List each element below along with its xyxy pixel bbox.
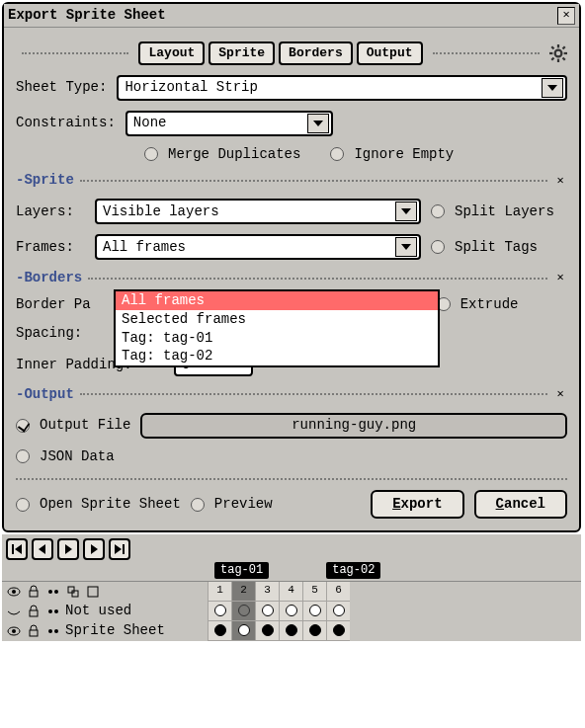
lock-icon[interactable] bbox=[26, 584, 42, 600]
constraints-select[interactable]: None bbox=[125, 111, 333, 136]
svg-point-36 bbox=[54, 629, 58, 633]
svg-line-5 bbox=[551, 46, 553, 48]
last-frame-button[interactable] bbox=[109, 538, 130, 560]
svg-marker-14 bbox=[15, 544, 22, 554]
json-data-check[interactable]: JSON Data bbox=[16, 448, 115, 465]
merge-duplicates-check[interactable]: Merge Duplicates bbox=[144, 146, 300, 163]
svg-point-31 bbox=[54, 609, 58, 613]
svg-marker-17 bbox=[91, 544, 98, 554]
svg-point-25 bbox=[54, 590, 58, 594]
section-output: -Output ✕ bbox=[16, 386, 567, 403]
cel[interactable] bbox=[208, 602, 231, 621]
extrude-check[interactable]: Extrude bbox=[437, 296, 519, 313]
cel[interactable] bbox=[326, 602, 350, 621]
frames-dropdown[interactable]: All frames Selected frames Tag: tag-01 T… bbox=[114, 289, 440, 367]
frame-header[interactable]: 5 bbox=[302, 582, 326, 602]
lock-icon[interactable] bbox=[26, 604, 42, 619]
timeline: tag-01 tag-02 1 2 3 4 5 6 bbox=[2, 534, 581, 640]
cel[interactable] bbox=[255, 621, 279, 641]
frame-header[interactable]: 2 bbox=[231, 582, 255, 602]
chevron-down-icon bbox=[395, 202, 417, 221]
frames-label: Frames: bbox=[16, 239, 85, 256]
layers-select[interactable]: Visible layers bbox=[95, 199, 421, 224]
svg-rect-28 bbox=[88, 587, 98, 597]
export-button[interactable]: Export bbox=[371, 490, 463, 519]
tag-chip[interactable]: tag-01 bbox=[214, 562, 269, 578]
svg-rect-26 bbox=[68, 587, 74, 593]
layer-row[interactable]: Not used bbox=[2, 602, 581, 621]
output-file-button[interactable]: running-guy.png bbox=[140, 413, 567, 439]
eye-icon[interactable] bbox=[6, 584, 22, 600]
split-layers-check[interactable]: Split Layers bbox=[431, 203, 554, 220]
collapse-icon[interactable]: ✕ bbox=[553, 387, 567, 401]
cel[interactable] bbox=[231, 621, 255, 641]
frame-header[interactable]: 6 bbox=[326, 582, 350, 602]
cel[interactable] bbox=[302, 621, 326, 641]
sheet-type-select[interactable]: Horizontal Strip bbox=[117, 75, 567, 101]
tabs: Layout Sprite Borders Output bbox=[16, 41, 567, 65]
svg-point-35 bbox=[48, 629, 52, 633]
cel[interactable] bbox=[231, 602, 255, 621]
ignore-empty-check[interactable]: Ignore Empty bbox=[330, 146, 454, 163]
svg-point-24 bbox=[48, 590, 52, 594]
tab-output[interactable]: Output bbox=[357, 41, 423, 65]
layer-header-row: 1 2 3 4 5 6 bbox=[2, 582, 581, 602]
tag-chip[interactable]: tag-02 bbox=[326, 562, 380, 578]
output-file-check[interactable]: Output File bbox=[16, 417, 130, 434]
tab-sprite[interactable]: Sprite bbox=[209, 41, 275, 65]
dropdown-item[interactable]: All frames bbox=[116, 291, 438, 310]
svg-marker-16 bbox=[65, 544, 72, 554]
eye-icon[interactable] bbox=[6, 623, 22, 639]
cel[interactable] bbox=[255, 602, 279, 621]
constraints-label: Constraints: bbox=[16, 115, 116, 131]
cel[interactable] bbox=[208, 621, 231, 641]
section-sprite: -Sprite ✕ bbox=[16, 172, 567, 189]
options-icon[interactable] bbox=[85, 584, 101, 600]
svg-point-33 bbox=[12, 629, 16, 633]
layer-row[interactable]: Sprite Sheet bbox=[2, 621, 581, 641]
link-icon[interactable] bbox=[45, 604, 61, 619]
window-title: Export Sprite Sheet bbox=[8, 7, 557, 24]
frame-header[interactable]: 3 bbox=[255, 582, 279, 602]
svg-line-8 bbox=[563, 46, 565, 48]
dropdown-item[interactable]: Selected frames bbox=[116, 310, 438, 329]
next-frame-button[interactable] bbox=[83, 538, 105, 560]
link-icon[interactable] bbox=[45, 623, 61, 639]
play-button[interactable] bbox=[57, 538, 79, 560]
layer-name: Not used bbox=[65, 603, 137, 619]
open-sheet-check[interactable]: Open Sprite Sheet bbox=[16, 496, 181, 513]
frame-header[interactable]: 4 bbox=[279, 582, 302, 602]
dropdown-item[interactable]: Tag: tag-01 bbox=[116, 329, 438, 348]
cel[interactable] bbox=[279, 621, 302, 641]
svg-marker-15 bbox=[39, 544, 45, 554]
dropdown-item[interactable]: Tag: tag-02 bbox=[116, 347, 438, 365]
layers-value: Visible layers bbox=[103, 203, 219, 220]
svg-marker-19 bbox=[115, 544, 122, 554]
svg-marker-9 bbox=[547, 85, 557, 91]
collapse-icon[interactable]: ✕ bbox=[553, 174, 567, 188]
frame-header[interactable]: 1 bbox=[208, 582, 231, 602]
close-icon[interactable]: ✕ bbox=[557, 7, 575, 25]
cel[interactable] bbox=[279, 602, 302, 621]
svg-point-22 bbox=[12, 590, 16, 594]
tab-borders[interactable]: Borders bbox=[279, 41, 353, 65]
preview-check[interactable]: Preview bbox=[191, 496, 273, 513]
svg-marker-11 bbox=[401, 208, 411, 214]
svg-rect-23 bbox=[30, 591, 38, 597]
layers-label: Layers: bbox=[16, 203, 85, 220]
lock-icon[interactable] bbox=[26, 623, 42, 639]
target-icon[interactable] bbox=[65, 584, 81, 600]
cel[interactable] bbox=[302, 602, 326, 621]
prev-frame-button[interactable] bbox=[32, 538, 53, 560]
frames-select[interactable]: All frames bbox=[95, 234, 421, 260]
cancel-button[interactable]: Cancel bbox=[474, 490, 567, 519]
collapse-icon[interactable]: ✕ bbox=[553, 272, 567, 285]
link-icon[interactable] bbox=[45, 584, 61, 600]
gear-icon[interactable] bbox=[549, 44, 567, 62]
svg-marker-10 bbox=[313, 121, 323, 126]
cel[interactable] bbox=[326, 621, 350, 641]
first-frame-button[interactable] bbox=[6, 538, 28, 560]
tab-layout[interactable]: Layout bbox=[138, 41, 205, 65]
split-tags-check[interactable]: Split Tags bbox=[431, 239, 538, 256]
eye-icon[interactable] bbox=[6, 604, 22, 619]
